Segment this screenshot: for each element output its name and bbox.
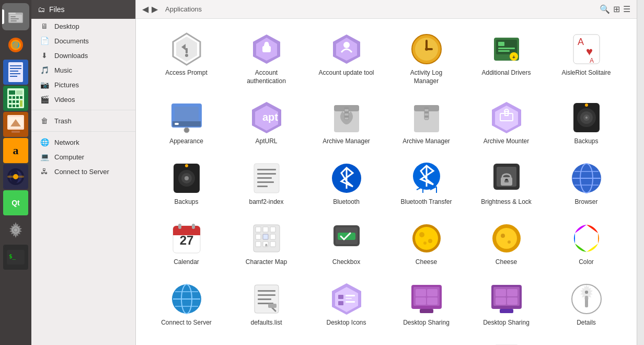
account-update-icon — [330, 32, 363, 66]
app-label: Details — [577, 319, 596, 327]
menu-button[interactable]: ☰ — [623, 4, 630, 14]
app-item-details[interactable]: Details — [546, 277, 626, 332]
sidebar-item-label: Desktop — [54, 22, 79, 30]
eclipse-app-icon — [570, 343, 603, 345]
app-item-document-viewer[interactable]: Document Viewer — [466, 338, 546, 345]
sidebar-item-pictures[interactable]: 📷 Pictures — [31, 77, 135, 92]
app-item-disk-image-writer[interactable]: Disk Image Writer — [146, 338, 226, 345]
taskbar-item-firefox[interactable] — [2, 31, 29, 59]
app-item-desktop-icons[interactable]: Desktop Icons — [306, 277, 386, 332]
right-scrollbar[interactable] — [637, 0, 644, 345]
sidebar: 🗂 Files 🖥 Desktop 📄 Documents ⬇ Download… — [31, 0, 136, 345]
aisleriot-icon: A ♥ A — [570, 32, 603, 66]
svg-text:à: à — [265, 243, 268, 247]
sidebar-item-music[interactable]: 🎵 Music — [31, 63, 135, 77]
svg-rect-111 — [257, 186, 268, 187]
sidebar-item-label: Documents — [54, 37, 89, 45]
app-item-browser[interactable]: Browser — [546, 156, 626, 212]
app-item-color[interactable]: Color — [546, 216, 626, 272]
svg-rect-184 — [507, 289, 518, 296]
app-item-brightness-lock[interactable]: Brightness & Lock — [466, 156, 546, 212]
app-item-account-auth[interactable]: Account authentication — [226, 27, 306, 90]
app-item-archive-mounter[interactable]: Archive Mounter — [466, 96, 546, 151]
view-toggle[interactable]: ⊞ — [613, 4, 620, 14]
app-item-disk-usage[interactable]: Disk Usage Analyzer — [306, 338, 386, 345]
taskbar-item-impress[interactable] — [3, 112, 28, 137]
app-item-displays[interactable]: Displays — [386, 338, 466, 345]
app-item-character-map[interactable]: à Character Map — [226, 216, 306, 272]
taskbar-item-terminal[interactable]: $_ — [3, 245, 28, 270]
app-label: Access Prompt — [165, 69, 208, 77]
svg-text:♥: ♥ — [586, 45, 593, 58]
search-button[interactable]: 🔍 — [600, 4, 610, 14]
app-item-aisleriot[interactable]: A ♥ A AisleRiot Solitaire — [546, 27, 626, 90]
app-item-calendar[interactable]: 27 Calendar — [146, 216, 226, 272]
app-label: Backups — [174, 198, 198, 206]
back-button[interactable]: ◀ — [142, 4, 148, 14]
app-item-access-prompt[interactable]: Access Prompt — [146, 27, 226, 90]
svg-rect-11 — [10, 68, 21, 69]
app-item-cheese[interactable]: Cheese — [386, 216, 466, 272]
svg-point-74 — [184, 128, 189, 133]
app-item-archive-manager[interactable]: Archive Manager — [306, 96, 386, 151]
svg-point-148 — [428, 239, 432, 243]
sidebar-item-network[interactable]: 🌐 Network — [31, 135, 135, 150]
trash-icon: 🗑 — [40, 117, 49, 125]
svg-rect-185 — [496, 297, 506, 305]
app-item-apturl[interactable]: apt AptURL — [226, 96, 306, 151]
svg-rect-172 — [338, 301, 343, 305]
app-item-cheese2[interactable]: Cheese — [466, 216, 546, 272]
svg-rect-17 — [16, 90, 22, 95]
taskbar-item-calc[interactable] — [3, 86, 28, 111]
svg-rect-164 — [258, 298, 271, 300]
svg-rect-82 — [344, 111, 349, 113]
app-item-defaults-list[interactable]: defaults.list — [226, 277, 306, 332]
forward-button[interactable]: ▶ — [152, 4, 158, 14]
browser-icon — [570, 162, 603, 195]
sidebar-item-trash[interactable]: 🗑 Trash — [31, 113, 135, 128]
app-item-checkbox[interactable]: Checkbox — [306, 216, 386, 272]
app-item-connect-to-server[interactable]: Connect to Server — [146, 277, 226, 332]
svg-point-149 — [423, 242, 427, 245]
app-item-backups[interactable]: Backups — [546, 96, 626, 151]
desktop-icons-icon — [330, 282, 363, 316]
app-item-bluetooth[interactable]: Bluetooth — [306, 156, 386, 212]
app-item-eclipse-app[interactable]: eclipse — [546, 338, 626, 345]
svg-rect-129 — [178, 224, 181, 229]
taskbar-item-files[interactable] — [2, 3, 29, 30]
app-item-backups2[interactable]: Backups — [146, 156, 226, 212]
taskbar-item-amazon[interactable]: a — [3, 138, 28, 163]
app-item-desktop-sharing[interactable]: Desktop Sharing — [386, 277, 466, 332]
svg-rect-173 — [346, 301, 355, 303]
taskbar-item-eclipse[interactable] — [3, 164, 28, 189]
svg-point-146 — [415, 227, 438, 250]
svg-rect-19 — [13, 96, 15, 99]
app-item-disks[interactable]: Disks — [226, 338, 306, 345]
svg-rect-28 — [16, 105, 19, 107]
sidebar-item-downloads[interactable]: ⬇ Downloads — [31, 48, 135, 63]
app-item-desktop-sharing2[interactable]: Desktop Sharing — [466, 277, 546, 332]
app-item-appearance[interactable]: Appearance — [146, 96, 226, 151]
app-item-account-update[interactable]: Account update tool — [306, 27, 386, 90]
svg-rect-130 — [192, 224, 195, 229]
app-label: Activity Log Manager — [398, 69, 455, 85]
svg-point-44 — [185, 54, 188, 57]
sidebar-item-desktop[interactable]: 🖥 Desktop — [31, 19, 135, 33]
app-item-archive-manager2[interactable]: Archive Manager — [386, 96, 466, 151]
sidebar-item-videos[interactable]: 🎬 Videos — [31, 92, 135, 107]
sidebar-item-connect-to-server[interactable]: 🖧 Connect to Server — [31, 164, 135, 179]
app-item-bamf2[interactable]: bamf2-index — [226, 156, 306, 212]
sidebar-item-computer[interactable]: 💻 Computer — [31, 150, 135, 164]
app-item-additional-drivers[interactable]: + Additional Drivers — [466, 27, 546, 90]
svg-rect-13 — [10, 73, 20, 74]
taskbar-item-qt[interactable]: Qt — [3, 190, 28, 215]
brightness-lock-icon — [490, 162, 523, 195]
app-item-activity-log[interactable]: Activity Log Manager — [386, 27, 466, 90]
svg-rect-5 — [10, 20, 17, 21]
taskbar-item-settings[interactable] — [2, 216, 29, 244]
taskbar-item-writer[interactable] — [3, 60, 28, 85]
sidebar-item-documents[interactable]: 📄 Documents — [31, 33, 135, 48]
app-item-bluetooth-transfer[interactable]: Bluetooth Transfer — [386, 156, 466, 212]
account-auth-icon — [250, 32, 283, 66]
displays-icon — [410, 343, 443, 345]
